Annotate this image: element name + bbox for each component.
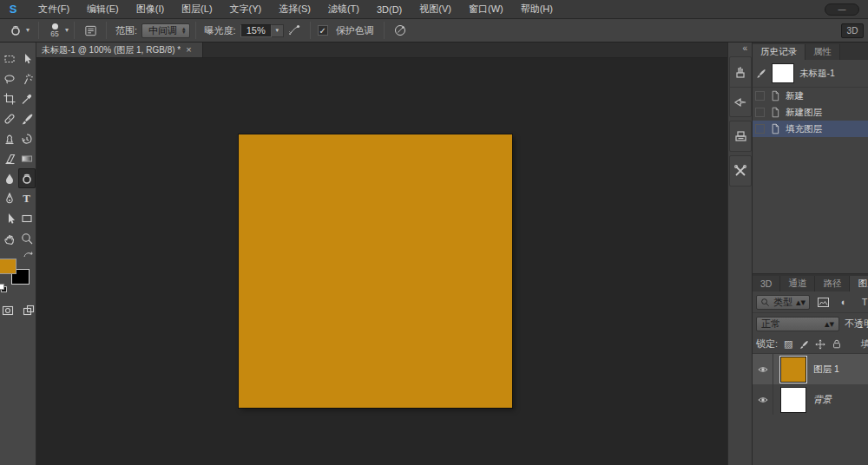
menu-edit[interactable]: 编辑(E) (78, 0, 128, 19)
tab-properties[interactable]: 属性 (806, 44, 840, 60)
history-brush-checkbox[interactable] (755, 91, 765, 101)
menu-image[interactable]: 图像(I) (128, 0, 173, 19)
layer-name[interactable]: 图层 1 (813, 363, 839, 376)
layer-thumbnail[interactable] (780, 387, 806, 413)
document-canvas[interactable] (239, 134, 512, 408)
tool-preset-picker[interactable]: ▾ (4, 23, 33, 37)
quick-mask-mode-button[interactable] (0, 300, 16, 320)
workspace-3d-button[interactable]: 3D (841, 23, 864, 38)
chevron-down-icon[interactable]: ▾ (65, 27, 69, 34)
snapshot-thumbnail[interactable] (772, 63, 794, 83)
history-state-label: 填充图层 (786, 123, 822, 135)
default-colors-icon[interactable] (0, 284, 8, 293)
eraser-tool[interactable] (1, 148, 18, 168)
foreground-color-swatch[interactable] (0, 259, 16, 274)
lock-image-pixels-icon[interactable] (799, 339, 809, 350)
layer-filter-dropdown[interactable]: 类型 ▴▾ (756, 295, 810, 310)
rectangular-marquee-tool[interactable] (1, 49, 18, 69)
exposure-input[interactable]: 15% (240, 24, 272, 37)
photoshop-logo-icon: S (5, 3, 21, 16)
filter-type-layers-icon[interactable]: T (857, 295, 868, 310)
hand-tool[interactable] (1, 228, 18, 248)
eye-icon (757, 364, 769, 375)
protect-tones-checkbox[interactable]: ✓ (318, 25, 328, 36)
layer-row-background[interactable]: 背景 (753, 384, 868, 415)
history-state-row[interactable]: 新建 (753, 88, 868, 104)
close-icon[interactable]: × (186, 45, 191, 55)
screen-mode-button[interactable] (20, 300, 37, 320)
eyedropper-tool[interactable] (18, 88, 36, 108)
magic-wand-tool[interactable] (18, 69, 36, 88)
tab-layers[interactable]: 图层 (850, 276, 868, 291)
lock-position-icon[interactable] (815, 339, 825, 350)
layer-filter-value: 类型 (773, 296, 792, 309)
history-state-icon (770, 90, 780, 102)
menu-type[interactable]: 文字(Y) (221, 0, 271, 19)
history-brush-checkbox[interactable] (755, 124, 765, 134)
path-selection-tool[interactable] (1, 208, 18, 228)
history-state-row[interactable]: 新建图层 (753, 104, 868, 121)
history-snapshot-row[interactable]: 未标题-1 (753, 60, 868, 88)
menu-window[interactable]: 窗口(W) (460, 0, 512, 19)
history-brush-checkbox[interactable] (755, 108, 765, 117)
crop-tool[interactable] (1, 88, 18, 108)
gradient-tool[interactable] (18, 148, 36, 168)
toggle-brush-panel-button[interactable] (80, 22, 101, 39)
filter-adjustment-layers-icon[interactable]: ◐ (836, 295, 852, 310)
tablet-pressure-toggle-icon[interactable] (390, 22, 411, 39)
menu-view[interactable]: 视图(V) (411, 0, 460, 19)
menu-3d[interactable]: 3D(D) (368, 0, 411, 19)
burn-tool[interactable] (18, 168, 36, 188)
lock-all-icon[interactable] (832, 338, 842, 350)
layer-visibility-toggle[interactable] (753, 354, 773, 384)
move-tool[interactable] (18, 49, 36, 69)
tool-presets-panel-icon[interactable] (730, 156, 751, 186)
chevron-down-icon: ▾ (26, 27, 30, 34)
history-brush-tool[interactable] (18, 128, 36, 148)
type-tool-glyph: T (23, 192, 30, 206)
layer-name[interactable]: 背景 (813, 394, 832, 406)
menu-select[interactable]: 选择(S) (270, 0, 319, 19)
pen-tool[interactable] (1, 188, 18, 208)
type-tool[interactable]: T (18, 188, 36, 208)
3d-filter-panel-icon[interactable] (730, 87, 751, 116)
rectangle-shape-tool[interactable] (18, 208, 36, 228)
expand-panels-icon[interactable]: « (742, 43, 752, 53)
exposure-slider-button[interactable]: ▾ (272, 24, 284, 37)
brush-tool[interactable] (18, 108, 36, 128)
lasso-tool[interactable] (1, 69, 18, 88)
blend-mode-dropdown[interactable]: 正常 ▴▾ (756, 317, 839, 331)
history-state-row-selected[interactable]: 填充图层 (753, 121, 868, 137)
history-state-icon (770, 107, 780, 118)
document-tab[interactable]: 未标题-1 @ 100% (图层 1, RGB/8) * × (36, 43, 203, 57)
range-value: 中间调 (148, 24, 177, 37)
3d-scene-panel-icon[interactable] (730, 57, 751, 87)
menu-filter[interactable]: 滤镜(T) (319, 0, 368, 19)
canvas-viewport[interactable] (36, 58, 727, 465)
spot-healing-brush-tool[interactable] (1, 108, 18, 128)
tab-channels[interactable]: 通道 (780, 276, 815, 291)
menu-file[interactable]: 文件(F) (30, 0, 78, 19)
clone-source-panel-icon[interactable] (730, 121, 751, 151)
tab-paths[interactable]: 路径 (815, 276, 850, 291)
document-tab-title: 未标题-1 @ 100% (图层 1, RGB/8) * (42, 44, 181, 56)
layer-row-layer1[interactable]: 图层 1 (753, 354, 868, 384)
swap-colors-icon[interactable] (23, 250, 35, 259)
lock-transparent-pixels-icon[interactable]: ▨ (784, 338, 792, 350)
tab-history[interactable]: 历史记录 (753, 44, 806, 60)
filter-pixel-layers-icon[interactable] (815, 295, 831, 310)
layer-visibility-toggle[interactable] (753, 384, 773, 415)
clone-stamp-tool[interactable] (1, 128, 18, 148)
tool-options-bar: ▾ 65 ▾ 范围: 中间调 ▴▾ 曝光度: 15% ▾ ✓ 保护色调 3 (0, 19, 868, 43)
menu-help[interactable]: 帮助(H) (512, 0, 562, 19)
window-control-button[interactable]: — (825, 3, 859, 16)
layer-thumbnail[interactable] (780, 357, 806, 383)
range-dropdown[interactable]: 中间调 ▴▾ (141, 23, 190, 38)
airbrush-toggle-icon[interactable] (284, 22, 305, 39)
history-brush-source-icon[interactable] (755, 68, 766, 79)
blur-tool[interactable] (1, 168, 18, 188)
menu-layer[interactable]: 图层(L) (173, 0, 220, 19)
brush-preset-picker[interactable]: 65 (44, 23, 65, 38)
zoom-tool[interactable] (18, 228, 36, 248)
tab-3d[interactable]: 3D (753, 276, 780, 291)
